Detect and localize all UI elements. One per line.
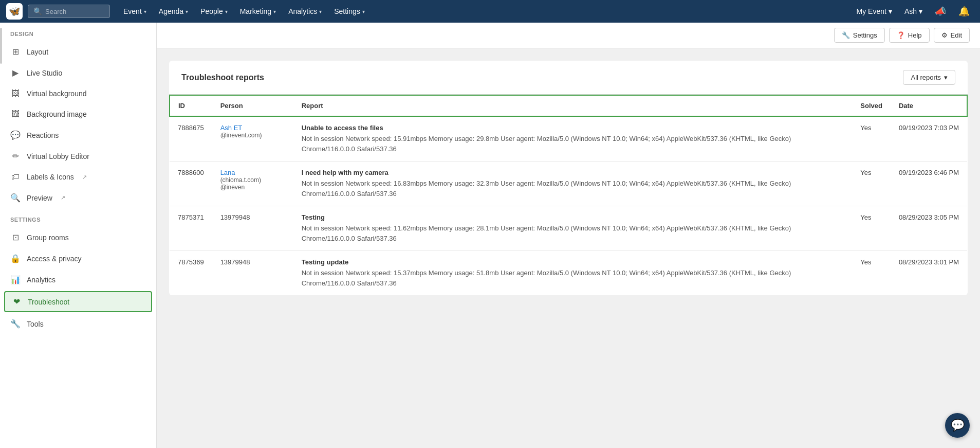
sidebar-item-troubleshoot[interactable]: ❤ Troubleshoot	[4, 291, 152, 312]
external-link-icon: ↗	[82, 174, 87, 181]
reports-table: ID Person Report Solved Date 7888675Ash …	[169, 95, 968, 295]
sidebar-item-access-privacy[interactable]: 🔒 Access & privacy	[0, 248, 156, 269]
sidebar-item-live-studio[interactable]: ▶ Live Studio	[0, 62, 156, 83]
settings-section-label: SETTINGS	[0, 208, 156, 227]
content-area: Troubleshoot reports All reports ▾ ID Pe…	[157, 48, 980, 448]
table-row: 787536913979948Testing updateNot in sess…	[170, 251, 967, 296]
notification-icon[interactable]: 🔔	[954, 4, 974, 19]
search-icon: 🔍	[33, 7, 42, 15]
nav-people[interactable]: People ▾	[195, 4, 233, 19]
sidebar-item-virtual-lobby-editor[interactable]: ✏ Virtual Lobby Editor	[0, 146, 156, 167]
design-section-label: DESIGN	[0, 23, 156, 41]
sidebar-item-background-image[interactable]: 🖼 Background image	[0, 104, 156, 124]
date-cell: 08/29/2023 3:01 PM	[891, 251, 967, 296]
virtual-lobby-editor-icon: ✏	[10, 151, 21, 161]
reactions-icon: 💬	[10, 130, 21, 140]
report-title: Testing	[302, 213, 844, 221]
sidebar: DESIGN ⊞ Layout ▶ Live Studio 🖼 Virtual …	[0, 23, 157, 448]
preview-icon: 🔍	[10, 193, 21, 203]
report-cell: Testing updateNot in session Network spe…	[293, 251, 853, 296]
user-menu-button[interactable]: Ash ▾	[900, 5, 927, 17]
settings-wrench-icon: 🔧	[842, 31, 850, 39]
col-report: Report	[293, 95, 853, 116]
layout-icon: ⊞	[10, 47, 21, 57]
report-detail: Not in session Network speed: 11.62mbps …	[302, 223, 844, 243]
chevron-down-icon: ▾	[144, 9, 146, 14]
nav-settings[interactable]: Settings ▾	[329, 4, 370, 19]
person-cell: 13979948	[212, 251, 293, 296]
reports-title: Troubleshoot reports	[181, 73, 264, 82]
edit-icon: ⚙	[941, 31, 948, 39]
help-button[interactable]: ❓ Help	[889, 28, 930, 43]
report-title: I need help with my camera	[302, 169, 844, 176]
chevron-down-icon: ▾	[273, 9, 276, 14]
group-rooms-icon: ⊡	[10, 232, 21, 242]
col-id: ID	[170, 95, 212, 116]
search-box[interactable]: 🔍	[28, 5, 110, 18]
sidebar-item-virtual-background[interactable]: 🖼 Virtual background	[0, 83, 156, 104]
chevron-down-icon: ▾	[319, 9, 322, 14]
sidebar-item-group-rooms[interactable]: ⊡ Group rooms	[0, 227, 156, 248]
report-id-cell: 7888675	[170, 116, 212, 162]
chevron-down-icon: ▾	[919, 7, 922, 15]
troubleshoot-icon: ❤	[11, 297, 22, 307]
report-cell: Unable to access the filesNot in session…	[293, 116, 853, 162]
person-cell: 13979948	[212, 206, 293, 251]
external-link-icon: ↗	[61, 194, 65, 201]
chevron-down-icon: ▾	[186, 9, 188, 14]
chat-bubble-button[interactable]: 💬	[945, 413, 970, 438]
live-studio-icon: ▶	[10, 68, 21, 78]
main-content: 🔧 Settings ❓ Help ⚙ Edit Troubleshoot re…	[157, 23, 980, 448]
person-link[interactable]: Ash ET	[220, 124, 243, 132]
report-title: Testing update	[302, 258, 844, 266]
solved-cell: Yes	[852, 162, 891, 206]
nav-analytics[interactable]: Analytics ▾	[283, 4, 327, 19]
filter-button[interactable]: All reports ▾	[903, 70, 955, 85]
sidebar-item-labels-icons[interactable]: 🏷 Labels & Icons ↗	[0, 167, 156, 187]
table-row: 787537113979948TestingNot in session Net…	[170, 206, 967, 251]
nav-event[interactable]: Event ▾	[118, 4, 152, 19]
chevron-down-icon: ▾	[225, 9, 228, 14]
nav-right: My Event ▾ Ash ▾ 📣 🔔	[853, 4, 974, 19]
col-solved: Solved	[852, 95, 891, 116]
app-body: DESIGN ⊞ Layout ▶ Live Studio 🖼 Virtual …	[0, 23, 980, 448]
report-id-cell: 7875369	[170, 251, 212, 296]
nav-marketing[interactable]: Marketing ▾	[235, 4, 281, 19]
megaphone-icon[interactable]: 📣	[931, 4, 950, 19]
sidebar-scroll-thumb	[0, 28, 2, 64]
report-id-cell: 7888600	[170, 162, 212, 206]
sidebar-item-tools[interactable]: 🔧 Tools	[0, 313, 156, 334]
sidebar-item-layout[interactable]: ⊞ Layout	[0, 41, 156, 62]
person-email: @inevent.com)	[220, 132, 285, 139]
solved-cell: Yes	[852, 251, 891, 296]
table-body: 7888675Ash ET@inevent.com)Unable to acce…	[170, 116, 967, 295]
date-cell: 09/19/2023 6:46 PM	[891, 162, 967, 206]
labels-icons-icon: 🏷	[10, 172, 21, 182]
report-detail: Not in session Network speed: 15.91mbps …	[302, 134, 844, 154]
person-link[interactable]: Lana	[220, 169, 235, 176]
reports-card: Troubleshoot reports All reports ▾ ID Pe…	[169, 61, 968, 295]
app-logo[interactable]: 🦋	[6, 3, 23, 20]
table-header: ID Person Report Solved Date	[170, 95, 967, 116]
solved-cell: Yes	[852, 206, 891, 251]
settings-button[interactable]: 🔧 Settings	[834, 28, 885, 43]
person-email: (chioma.t.com) @ineven	[220, 176, 285, 191]
edit-button[interactable]: ⚙ Edit	[934, 28, 970, 43]
date-cell: 08/29/2023 3:05 PM	[891, 206, 967, 251]
sidebar-item-preview[interactable]: 🔍 Preview ↗	[0, 187, 156, 208]
my-event-button[interactable]: My Event ▾	[853, 5, 896, 17]
sidebar-item-analytics[interactable]: 📊 Analytics	[0, 269, 156, 290]
nav-agenda[interactable]: Agenda ▾	[154, 4, 193, 19]
nav-items: Event ▾ Agenda ▾ People ▾ Marketing ▾ An…	[118, 4, 853, 19]
col-date: Date	[891, 95, 967, 116]
report-cell: I need help with my cameraNot in session…	[293, 162, 853, 206]
search-input[interactable]	[45, 8, 104, 15]
date-cell: 09/19/2023 7:03 PM	[891, 116, 967, 162]
person-cell: Ash ET@inevent.com)	[212, 116, 293, 162]
background-image-icon: 🖼	[10, 110, 21, 119]
help-icon: ❓	[897, 31, 905, 39]
report-detail: Not in session Network speed: 15.37mbps …	[302, 268, 844, 288]
col-person: Person	[212, 95, 293, 116]
access-privacy-icon: 🔒	[10, 254, 21, 263]
sidebar-item-reactions[interactable]: 💬 Reactions	[0, 124, 156, 146]
